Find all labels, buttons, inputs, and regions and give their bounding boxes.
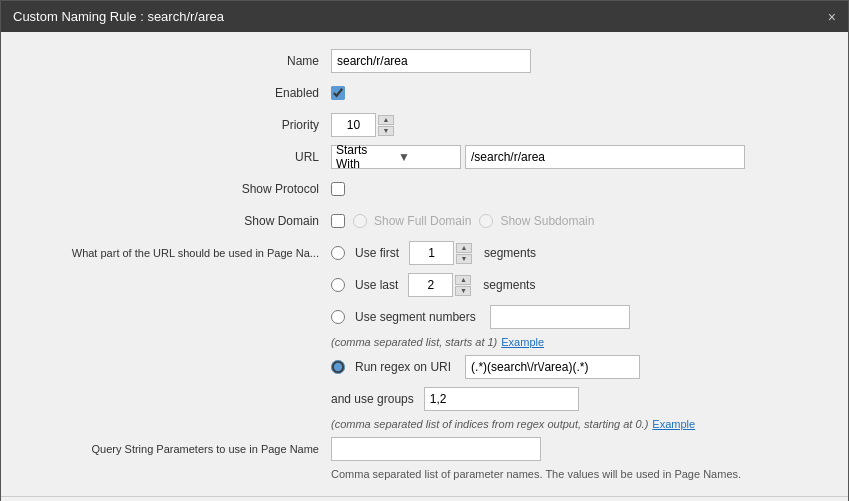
show-subdomain-option: Show Subdomain xyxy=(479,214,594,228)
dialog: Custom Naming Rule : search/r/area × Nam… xyxy=(0,0,849,501)
use-last-radio-row: Use last ▲ ▼ segments xyxy=(331,273,535,297)
use-last-up-button[interactable]: ▲ xyxy=(455,275,471,285)
show-domain-checkbox[interactable] xyxy=(331,214,345,228)
use-segment-numbers-label: Use segment numbers xyxy=(355,310,476,324)
query-string-label: Query String Parameters to use in Page N… xyxy=(21,443,331,455)
run-regex-radio-row: Run regex on URI xyxy=(331,355,640,379)
use-last-spinner-wrapper: ▲ ▼ xyxy=(408,273,471,297)
query-note-row: Comma separated list of parameter names.… xyxy=(21,468,828,480)
priority-down-button[interactable]: ▼ xyxy=(378,126,394,136)
show-domain-label: Show Domain xyxy=(21,214,331,228)
radio-options-group: Use first ▲ ▼ segments xyxy=(331,241,536,265)
segment-note-row: (comma separated list, starts at 1) Exam… xyxy=(21,336,828,348)
use-first-up-button[interactable]: ▲ xyxy=(456,243,472,253)
name-label: Name xyxy=(21,54,331,68)
segment-example-link[interactable]: Example xyxy=(501,336,544,348)
priority-input[interactable] xyxy=(331,113,376,137)
url-condition-dropdown[interactable]: Starts With ▼ xyxy=(331,145,461,169)
show-protocol-label: Show Protocol xyxy=(21,182,331,196)
groups-input[interactable] xyxy=(424,387,579,411)
priority-up-button[interactable]: ▲ xyxy=(378,115,394,125)
priority-label: Priority xyxy=(21,118,331,132)
show-protocol-checkbox[interactable] xyxy=(331,182,345,196)
dialog-title: Custom Naming Rule : search/r/area xyxy=(13,9,224,24)
enabled-label: Enabled xyxy=(21,86,331,100)
priority-spinner: ▲ ▼ xyxy=(378,115,394,136)
use-segment-numbers-radio[interactable] xyxy=(331,310,345,324)
use-last-spinner: ▲ ▼ xyxy=(455,275,471,296)
use-first-spinner-wrapper: ▲ ▼ xyxy=(409,241,472,265)
url-part-row: What part of the URL should be used in P… xyxy=(21,240,828,266)
show-protocol-row: Show Protocol xyxy=(21,176,828,202)
use-first-radio[interactable] xyxy=(331,246,345,260)
segments-label-1: segments xyxy=(484,246,536,260)
priority-row: Priority ▲ ▼ xyxy=(21,112,828,138)
dialog-footer: Cancel OK xyxy=(1,496,848,501)
groups-example-link[interactable]: Example xyxy=(652,418,695,430)
use-first-label: Use first xyxy=(355,246,399,260)
url-wrapper: Starts With ▼ xyxy=(331,145,745,169)
chevron-down-icon: ▼ xyxy=(398,150,456,164)
use-segment-numbers-radio-row: Use segment numbers xyxy=(331,305,630,329)
groups-note-text: (comma separated list of indices from re… xyxy=(331,418,648,430)
enabled-row: Enabled xyxy=(21,80,828,106)
use-last-input[interactable] xyxy=(408,273,453,297)
run-regex-label: Run regex on URI xyxy=(355,360,451,374)
url-label: URL xyxy=(21,150,331,164)
name-row: Name xyxy=(21,48,828,74)
segment-numbers-input[interactable] xyxy=(490,305,630,329)
query-note-text: Comma separated list of parameter names.… xyxy=(331,468,741,480)
show-full-domain-label: Show Full Domain xyxy=(374,214,471,228)
groups-note-row: (comma separated list of indices from re… xyxy=(21,418,828,430)
use-last-label: Use last xyxy=(355,278,398,292)
url-condition-value: Starts With xyxy=(336,143,394,171)
show-domain-row: Show Domain Show Full Domain Show Subdom… xyxy=(21,208,828,234)
query-string-input[interactable] xyxy=(331,437,541,461)
and-use-groups-row: and use groups xyxy=(21,386,828,412)
show-full-domain-option: Show Full Domain xyxy=(353,214,471,228)
query-string-row: Query String Parameters to use in Page N… xyxy=(21,436,828,462)
use-first-spinner: ▲ ▼ xyxy=(456,243,472,264)
domain-options: Show Full Domain Show Subdomain xyxy=(353,214,594,228)
name-input[interactable] xyxy=(331,49,531,73)
url-part-label: What part of the URL should be used in P… xyxy=(21,247,331,259)
regex-input[interactable] xyxy=(465,355,640,379)
show-subdomain-radio[interactable] xyxy=(479,214,493,228)
dialog-body: Name Enabled Priority ▲ ▼ URL Sta xyxy=(1,32,848,496)
run-regex-row: Run regex on URI xyxy=(21,354,828,380)
show-full-domain-radio[interactable] xyxy=(353,214,367,228)
close-button[interactable]: × xyxy=(828,10,836,24)
show-subdomain-label: Show Subdomain xyxy=(500,214,594,228)
use-segment-numbers-row: Use segment numbers xyxy=(21,304,828,330)
use-last-radio[interactable] xyxy=(331,278,345,292)
priority-wrapper: ▲ ▼ xyxy=(331,113,394,137)
use-last-down-button[interactable]: ▼ xyxy=(455,286,471,296)
use-last-row: Use last ▲ ▼ segments xyxy=(21,272,828,298)
segments-label-2: segments xyxy=(483,278,535,292)
and-use-groups-label: and use groups xyxy=(331,392,414,406)
url-value-input[interactable] xyxy=(465,145,745,169)
segment-note-text: (comma separated list, starts at 1) xyxy=(331,336,497,348)
use-first-down-button[interactable]: ▼ xyxy=(456,254,472,264)
url-row: URL Starts With ▼ xyxy=(21,144,828,170)
enabled-checkbox[interactable] xyxy=(331,86,345,100)
use-first-row: Use first ▲ ▼ segments xyxy=(331,241,536,265)
and-use-groups-content: and use groups xyxy=(331,387,579,411)
use-first-input[interactable] xyxy=(409,241,454,265)
run-regex-radio[interactable] xyxy=(331,360,345,374)
title-bar: Custom Naming Rule : search/r/area × xyxy=(1,1,848,32)
